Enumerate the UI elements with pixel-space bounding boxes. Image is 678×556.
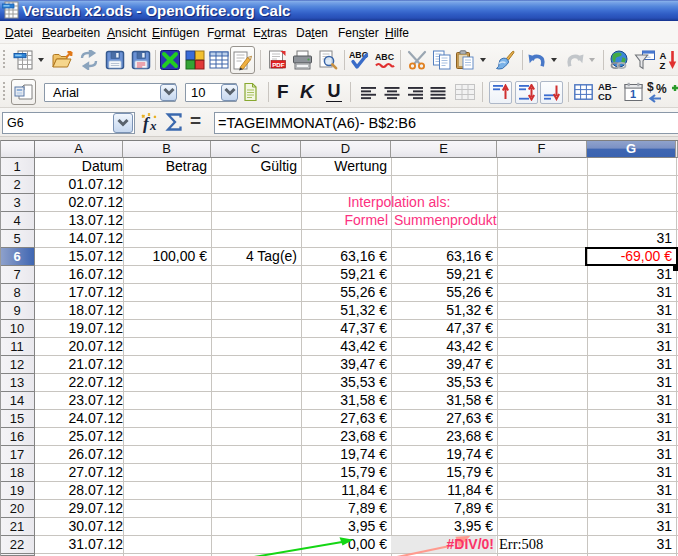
svg-text:Z: Z: [660, 60, 666, 70]
svg-text:1: 1: [630, 88, 636, 100]
svg-text:$: $: [647, 80, 654, 94]
svg-text:ABC: ABC: [375, 52, 394, 62]
svg-text:x: x: [149, 118, 157, 133]
svg-text:%: %: [656, 82, 667, 96]
svg-text:PDF: PDF: [272, 61, 285, 68]
